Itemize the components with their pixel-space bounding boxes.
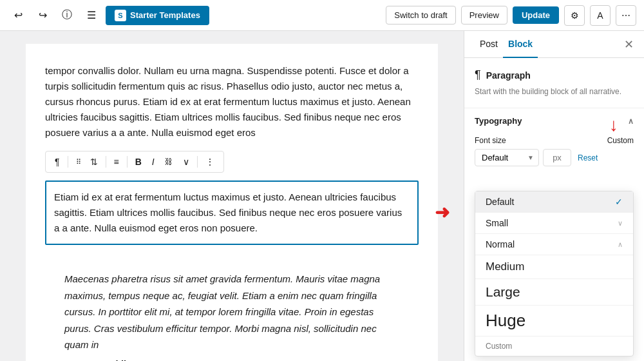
- starter-templates-button[interactable]: S Starter Templates: [106, 6, 209, 25]
- dropdown-small-label: Small: [486, 218, 508, 228]
- main-layout: tempor convallis dolor. Nullam eu urna m…: [0, 31, 644, 361]
- undo-button[interactable]: ↩: [8, 5, 28, 26]
- typography-label: Typography: [475, 116, 522, 126]
- align-icon: ≡: [114, 157, 119, 167]
- list-button[interactable]: ☰: [81, 5, 102, 26]
- custom-label: Custom: [607, 136, 634, 145]
- starter-badge: S: [115, 10, 126, 21]
- font-size-labels-row: Font size Custom Default ▼ Reset: [464, 133, 644, 171]
- bold-icon: B: [135, 157, 142, 167]
- check-icon: ✓: [615, 197, 623, 207]
- dropdown-item-custom[interactable]: Custom: [475, 337, 633, 356]
- paragraph-section: ¶ Paragraph Start with the building bloc…: [464, 58, 644, 108]
- editor-area[interactable]: tempor convallis dolor. Nullam eu urna m…: [0, 31, 464, 361]
- dropdown-item-default[interactable]: Default ✓: [475, 191, 633, 213]
- dots-icon: ⋯: [621, 10, 630, 21]
- info-icon: ⓘ: [62, 8, 72, 22]
- italic-icon: I: [152, 157, 155, 167]
- list-icon: ☰: [87, 9, 96, 21]
- selected-block-text: Etiam id ex at erat fermentum luctus max…: [54, 191, 402, 233]
- quote-block: Maecenas pharetra risus sit amet gravida…: [45, 258, 419, 361]
- paragraph-1: tempor convallis dolor. Nullam eu urna m…: [45, 63, 419, 141]
- separator-3: [127, 156, 128, 168]
- paragraph-header: ¶ Paragraph: [475, 68, 634, 82]
- chevron-down-icon: ∨: [183, 157, 189, 167]
- dropdown-default-label: Default: [486, 197, 514, 207]
- paragraph-type-icon: ¶: [475, 68, 481, 82]
- quote-text: Maecenas pharetra risus sit amet gravida…: [64, 271, 399, 353]
- dropdown-collapse-icon: ∧: [618, 240, 623, 249]
- toolbar: ↩ ↪ ⓘ ☰ S Starter Templates Switch to dr…: [0, 0, 644, 31]
- close-icon: ✕: [624, 37, 634, 52]
- font-size-input[interactable]: [543, 149, 571, 166]
- more-options-button[interactable]: ⋯: [616, 5, 636, 26]
- move-button[interactable]: ⇅: [86, 154, 102, 170]
- redo-button[interactable]: ↪: [32, 5, 53, 26]
- chevron-button[interactable]: ∨: [179, 154, 193, 170]
- editor-content: tempor convallis dolor. Nullam eu urna m…: [26, 44, 438, 361]
- reset-button[interactable]: Reset: [575, 151, 600, 165]
- link-icon: ⛓: [165, 157, 173, 166]
- align-button[interactable]: ≡: [110, 154, 123, 170]
- italic-button[interactable]: I: [148, 154, 158, 170]
- dropdown-expand-icon: ∨: [618, 219, 623, 228]
- sidebar: Post Block ✕ ¶ Paragraph Start with the …: [464, 31, 644, 361]
- font-size-select-wrapper: Default ▼: [475, 149, 539, 166]
- paragraph-description: Start with the building block of all nar…: [475, 86, 634, 97]
- quote-citation: – Max Franklinn: [64, 358, 399, 362]
- font-size-select[interactable]: Default: [475, 149, 539, 166]
- redo-icon: ↪: [39, 9, 47, 21]
- sidebar-close-button[interactable]: ✕: [624, 31, 634, 57]
- drag-icon: ⠿: [76, 158, 80, 166]
- arrow-down-icon: ↓: [609, 115, 618, 135]
- sidebar-tabs: Post Block ✕: [464, 31, 644, 58]
- arrow-right-icon: ➜: [435, 199, 450, 228]
- dropdown-custom-label: Custom: [486, 342, 512, 351]
- toolbar-left: ↩ ↪ ⓘ ☰ S Starter Templates: [8, 5, 209, 26]
- dropdown-item-small[interactable]: Small ∨: [475, 213, 633, 234]
- preview-button[interactable]: Preview: [461, 6, 507, 24]
- accessibility-button[interactable]: A: [590, 5, 611, 26]
- a-icon: A: [597, 10, 603, 21]
- font-size-label: Font size: [475, 136, 506, 145]
- dropdown-large-label: Large: [486, 284, 520, 300]
- dropdown-normal-label: Normal: [486, 239, 515, 249]
- tab-block[interactable]: Block: [503, 31, 538, 58]
- dropdown-item-huge[interactable]: Huge: [475, 306, 633, 337]
- paragraph-title: Paragraph: [486, 70, 531, 81]
- block-toolbar: ¶ ⠿ ⇅ ≡ B I: [45, 151, 224, 173]
- link-button[interactable]: ⛓: [161, 155, 176, 169]
- tab-post[interactable]: Post: [475, 31, 503, 58]
- update-button[interactable]: Update: [513, 6, 559, 24]
- dropdown-medium-label: Medium: [486, 260, 524, 273]
- more-icon: ⋮: [205, 157, 214, 167]
- paragraph-type-button[interactable]: ¶: [51, 154, 64, 170]
- typography-chevron-icon: ∧: [628, 117, 634, 126]
- switch-draft-button[interactable]: Switch to draft: [386, 6, 455, 24]
- move-icon: ⇅: [90, 157, 98, 167]
- separator-4: [197, 156, 198, 168]
- separator-1: [68, 156, 68, 168]
- bold-button[interactable]: B: [131, 154, 146, 170]
- selected-block[interactable]: Etiam id ex at erat fermentum luctus max…: [45, 180, 419, 245]
- dropdown-huge-label: Huge: [486, 311, 526, 331]
- dropdown-item-medium[interactable]: Medium: [475, 255, 633, 279]
- settings-button[interactable]: ⚙: [564, 5, 585, 26]
- font-size-controls-row: Default ▼ Reset: [475, 149, 634, 166]
- dropdown-item-large[interactable]: Large: [475, 279, 633, 306]
- more-block-options-button[interactable]: ⋮: [202, 154, 218, 170]
- toolbar-right: Switch to draft Preview Update ⚙ A ⋯: [386, 5, 636, 26]
- paragraph-icon: ¶: [55, 157, 60, 167]
- separator-2: [106, 156, 106, 168]
- drag-button[interactable]: ⠿: [72, 155, 84, 169]
- font-size-dropdown: Default ✓ Small ∨ Normal ∧ Medium Large …: [475, 191, 634, 356]
- undo-icon: ↩: [14, 9, 23, 21]
- gear-icon: ⚙: [571, 10, 579, 21]
- starter-templates-label: Starter Templates: [130, 10, 200, 20]
- info-button[interactable]: ⓘ: [57, 5, 77, 26]
- dropdown-item-normal[interactable]: Normal ∧: [475, 234, 633, 255]
